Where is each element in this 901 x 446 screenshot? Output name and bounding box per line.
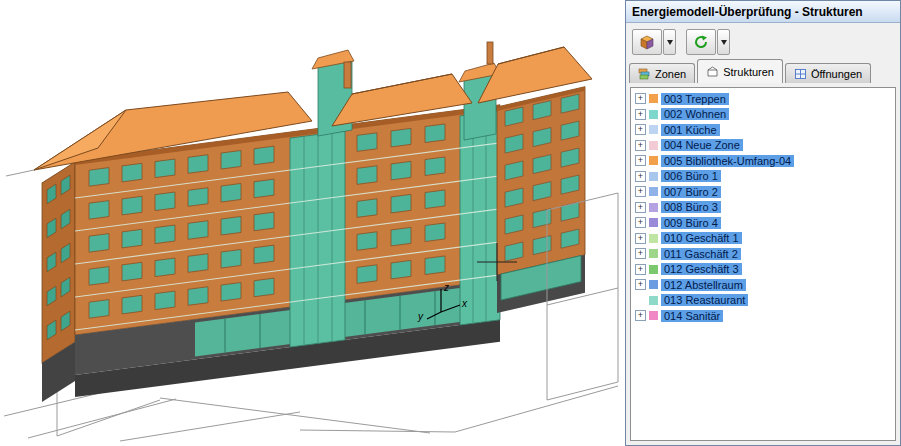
3d-viewport[interactable]: z x y (0, 0, 625, 446)
tree-item-label: 002 Wohnen (661, 108, 729, 120)
expand-icon[interactable]: + (635, 264, 646, 275)
zone-color-swatch (649, 110, 658, 119)
tree-item-label: 006 Büro 1 (661, 170, 721, 182)
zone-color-swatch (649, 125, 658, 134)
zone-color-swatch (649, 265, 658, 274)
expand-icon[interactable]: + (635, 186, 646, 197)
model-3d-dropdown-button[interactable] (663, 29, 676, 55)
zone-color-swatch (649, 234, 658, 243)
building-right-face (497, 87, 585, 313)
zone-color-swatch (649, 203, 658, 212)
tree-item-label: 004 Neue Zone (661, 139, 743, 151)
expand-icon[interactable]: + (635, 155, 646, 166)
tree-item-label: 012 Abstellraum (661, 279, 746, 291)
expand-icon[interactable]: + (635, 217, 646, 228)
tab-oeffnungen[interactable]: Öffnungen (785, 63, 871, 83)
expand-icon[interactable]: + (635, 171, 646, 182)
tree-item[interactable]: + 001 Küche (635, 122, 895, 138)
zone-color-swatch (649, 141, 658, 150)
zone-color-swatch (649, 311, 658, 320)
zone-color-swatch (649, 249, 658, 258)
tab-label: Strukturen (723, 66, 774, 78)
tab-strukturen[interactable]: Strukturen (697, 59, 783, 83)
zone-color-swatch (649, 218, 658, 227)
tree-item[interactable]: + 008 Büro 3 (635, 200, 895, 216)
tree-item[interactable]: + 004 Neue Zone (635, 138, 895, 154)
tab-zonen[interactable]: Zonen (629, 63, 695, 83)
expand-icon[interactable]: + (635, 109, 646, 120)
building-left-face (42, 162, 75, 402)
refresh-button[interactable] (686, 29, 716, 55)
tree-item-label: 010 Geschäft 1 (661, 232, 742, 244)
tree-item[interactable]: + 012 Geschäft 3 (635, 262, 895, 278)
app-window: z x y Energiemodell-Überprüfung - Strukt… (0, 0, 901, 446)
expand-icon[interactable]: + (635, 202, 646, 213)
zone-color-swatch (649, 94, 658, 103)
tree-item[interactable]: + 006 Büro 1 (635, 169, 895, 185)
model-3d-button[interactable] (632, 29, 662, 55)
building-model-canvas: z x y (0, 0, 625, 446)
refresh-icon (693, 34, 709, 50)
panel-title: Energiemodell-Überprüfung - Strukturen (632, 5, 863, 19)
axis-label-x: x (461, 298, 468, 309)
expand-icon[interactable]: + (635, 248, 646, 259)
zone-color-swatch (649, 156, 658, 165)
tree-item-label: 005 Bibliothek-Umfang-04 (661, 155, 794, 167)
tree-item-label: 001 Küche (661, 124, 720, 136)
expand-icon[interactable]: + (635, 310, 646, 321)
tree-item[interactable]: + 007 Büro 2 (635, 184, 895, 200)
tree-item[interactable]: + 012 Abstellraum (635, 277, 895, 293)
tree-item-label: 009 Büro 4 (661, 217, 721, 229)
dropdown-arrow-icon (721, 40, 727, 45)
panel-titlebar[interactable]: Energiemodell-Überprüfung - Strukturen (626, 1, 900, 23)
tab-label: Zonen (655, 68, 686, 80)
expand-icon[interactable]: + (635, 140, 646, 151)
expand-icon[interactable]: + (635, 124, 646, 135)
structure-tree[interactable]: + 003 Treppen + 002 Wohnen + 001 Küche +… (630, 87, 896, 441)
tree-item-label: 013 Reastaurant (661, 294, 748, 306)
tree-item-label: 014 Sanitär (661, 310, 723, 322)
tree-item-label: 008 Büro 3 (661, 201, 721, 213)
expand-icon[interactable]: + (635, 93, 646, 104)
axis-label-z: z (443, 282, 449, 293)
tree-item[interactable]: + 014 Sanitär (635, 308, 895, 324)
zone-color-swatch (649, 296, 658, 305)
tree-item-label: 003 Treppen (661, 93, 729, 105)
zone-color-swatch (649, 280, 658, 289)
tree-item[interactable]: + 002 Wohnen (635, 107, 895, 123)
panel-toolbar (626, 23, 900, 57)
expand-icon[interactable]: + (635, 279, 646, 290)
tree-item-label: 012 Geschäft 3 (661, 263, 742, 275)
expand-icon[interactable]: + (635, 233, 646, 244)
tree-item[interactable]: 013 Reastaurant (635, 293, 895, 309)
tree-item-label: 007 Büro 2 (661, 186, 721, 198)
energy-model-panel: Energiemodell-Überprüfung - Strukturen (625, 0, 901, 446)
tree-item[interactable]: + 005 Bibliothek-Umfang-04 (635, 153, 895, 169)
dropdown-arrow-icon (667, 40, 673, 45)
zones-icon (638, 68, 651, 80)
tree-item-label: 011 Gaschäft 2 (661, 248, 741, 260)
axis-label-y: y (417, 311, 424, 322)
structures-icon (706, 66, 719, 78)
tab-label: Öffnungen (811, 68, 862, 80)
tree-item[interactable]: + 011 Gaschäft 2 (635, 246, 895, 262)
zone-color-swatch (649, 172, 658, 181)
refresh-dropdown-button[interactable] (717, 29, 730, 55)
zone-color-swatch (649, 187, 658, 196)
cube-3d-icon (639, 34, 655, 50)
tree-item[interactable]: + 009 Büro 4 (635, 215, 895, 231)
tree-item[interactable]: + 010 Geschäft 1 (635, 231, 895, 247)
openings-icon (794, 68, 807, 80)
panel-tabs: Zonen Strukturen Öffnungen (626, 57, 900, 83)
tree-item[interactable]: + 003 Treppen (635, 91, 895, 107)
